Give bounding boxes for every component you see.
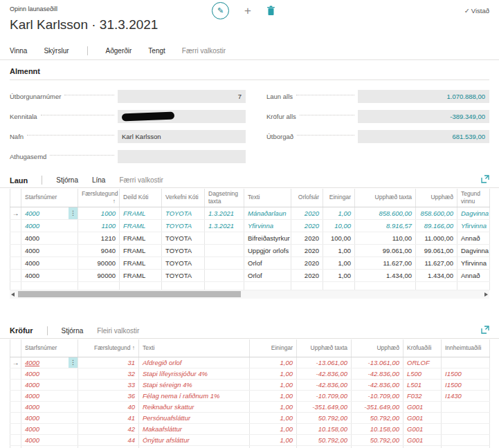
cell[interactable] <box>205 232 244 244</box>
cell[interactable]: 1,00 <box>250 435 297 446</box>
row-selector[interactable] <box>10 391 21 402</box>
kennitala-input[interactable] <box>118 110 246 123</box>
nafn-input[interactable]: Karl Karlsson <box>118 130 246 143</box>
cell[interactable]: I1500 <box>442 368 490 380</box>
cell[interactable]: 858.600,00 <box>355 207 416 219</box>
table-row[interactable]: 400040Reiknaður skattur1,00-351.649,00-3… <box>10 402 490 413</box>
utborgad-input[interactable]: 681.539,00 <box>358 130 489 143</box>
cell[interactable] <box>442 435 490 446</box>
cell[interactable]: Stapi séreign 4% <box>139 380 250 391</box>
row-selector[interactable] <box>10 424 21 435</box>
cell[interactable]: Annað <box>457 269 490 281</box>
cell[interactable]: 50.792,00 <box>352 435 403 446</box>
cell[interactable]: 1.3.2021 <box>205 219 244 232</box>
row-selector[interactable] <box>10 244 21 256</box>
scroll-left-icon[interactable] <box>11 292 15 297</box>
cell[interactable]: G001 <box>403 424 442 435</box>
cell[interactable]: Uppgjör orlofs <box>244 244 291 256</box>
column-header[interactable]: Texti <box>139 339 250 357</box>
column-header[interactable]: Upphæð <box>352 339 403 357</box>
edit-button[interactable]: ✎ <box>212 2 229 19</box>
cell[interactable]: Yfirvinna <box>244 219 291 232</box>
tab-faerri-valkostir[interactable]: Færri valkostir <box>119 176 163 184</box>
cell[interactable]: 1050 <box>78 446 139 448</box>
row-menu-icon[interactable]: ⋮ <box>69 357 78 368</box>
cell[interactable]: 32 <box>78 368 139 380</box>
column-header[interactable]: Kröfuaðili <box>403 339 442 357</box>
scroll-right-icon[interactable] <box>484 292 488 297</box>
cell[interactable]: 1,00 <box>250 424 297 435</box>
cell[interactable]: Stapi lífeyrissjóður 4% <box>139 368 250 380</box>
cell[interactable]: 2020 <box>291 232 323 244</box>
cell[interactable] <box>442 413 490 424</box>
row-selector[interactable] <box>10 435 21 446</box>
cell[interactable]: 110,00 <box>355 232 416 244</box>
table-row[interactable]: 40001050Meðlag1,00-40.000,00-40.000,00I0… <box>10 446 490 448</box>
empty-row[interactable] <box>10 281 490 290</box>
cell[interactable]: 10.158,00 <box>352 424 403 435</box>
row-selector[interactable] <box>10 256 21 269</box>
cell[interactable]: FRAML <box>120 232 162 244</box>
cell[interactable]: 4000 <box>21 256 78 269</box>
cell[interactable]: TOYOTA <box>162 219 205 232</box>
cell[interactable]: 2020 <box>291 244 323 256</box>
table-row[interactable]: →4000⋮31Afdregið orlof1,00-13.061,00-13.… <box>10 357 490 368</box>
cell[interactable] <box>21 281 78 290</box>
cell[interactable]: 1,00 <box>323 256 355 269</box>
cell[interactable]: 8.916,57 <box>355 219 416 232</box>
cell[interactable]: FRAML <box>120 207 162 219</box>
cell[interactable]: 11.000,00 <box>416 232 457 244</box>
cell[interactable]: Reiknaður skattur <box>139 402 250 413</box>
add-button[interactable]: + <box>244 5 251 17</box>
row-selector[interactable] <box>10 219 21 232</box>
cell[interactable]: 1,00 <box>323 244 355 256</box>
cell[interactable]: 1.3.2021 <box>205 207 244 219</box>
cell[interactable]: I1430 <box>442 391 490 402</box>
table-row[interactable]: 400036Félag nema í rafiðnum 1%1,00-10.70… <box>10 391 490 402</box>
cell[interactable]: FRAML <box>120 219 162 232</box>
table-row[interactable]: →4000⋮1000FRAMLTOYOTA1.3.2021Mánaðarlaun… <box>10 207 490 219</box>
column-header[interactable]: Einingar <box>250 339 297 357</box>
focus-mode-button[interactable] <box>481 175 489 185</box>
cell[interactable]: 858.600,00 <box>416 207 457 219</box>
scrollbar-thumb[interactable] <box>18 291 241 297</box>
column-header[interactable]: Texti <box>244 189 291 207</box>
cell[interactable]: 1210 <box>78 232 120 244</box>
column-header[interactable]: Upphæð taxta <box>297 339 352 357</box>
cell[interactable]: 1,00 <box>250 368 297 380</box>
cell[interactable] <box>10 281 21 290</box>
cell[interactable]: 50.792,00 <box>352 413 403 424</box>
cell[interactable] <box>205 244 244 256</box>
cell[interactable]: Afdregið orlof <box>139 357 250 368</box>
table-row[interactable]: 400090000FRAMLTOYOTAOrlof20201,0011.627,… <box>10 256 490 269</box>
column-header[interactable]: Dagsetning taxta <box>205 189 244 207</box>
cell[interactable]: 4000 <box>21 435 78 446</box>
column-header[interactable]: Innheimtuaðili <box>442 339 490 357</box>
cell[interactable]: 4000 <box>21 269 78 281</box>
column-header[interactable]: Færslutegund ↑ <box>78 339 139 357</box>
cell[interactable]: -13.061,00 <box>297 357 352 368</box>
menu-item-adgerdir[interactable]: Aðgerðir <box>106 47 132 55</box>
section-heading[interactable]: Almennt <box>10 67 489 80</box>
menu-item-faerri-valkostir[interactable]: Færri valkostir <box>182 47 226 55</box>
cell[interactable]: 4000 <box>21 380 78 391</box>
cell[interactable]: 4000⋮ <box>21 207 78 219</box>
column-header[interactable]: Starfsnúmer <box>21 189 78 207</box>
cell[interactable]: 10.158,00 <box>297 424 352 435</box>
cell[interactable]: 42 <box>78 424 139 435</box>
cell[interactable]: 1,00 <box>250 380 297 391</box>
row-selector[interactable] <box>10 269 21 281</box>
cell[interactable]: Dagvinna <box>457 244 490 256</box>
cell[interactable]: 1,00 <box>250 446 297 448</box>
cell[interactable]: 100,00 <box>323 232 355 244</box>
cell[interactable] <box>442 357 490 368</box>
column-header[interactable]: Verkefni Kóti <box>162 189 205 207</box>
tab-stjorna[interactable]: Stjórna <box>56 176 78 184</box>
cell[interactable]: G001 <box>403 413 442 424</box>
cell[interactable]: 1,00 <box>323 207 355 219</box>
row-selector[interactable] <box>10 413 21 424</box>
cell[interactable]: -40.000,00 <box>352 446 403 448</box>
cell[interactable]: 4000 <box>21 219 78 232</box>
laun-alls-input[interactable]: 1.070.888,00 <box>358 90 489 103</box>
athugasemd-input[interactable] <box>118 150 246 163</box>
